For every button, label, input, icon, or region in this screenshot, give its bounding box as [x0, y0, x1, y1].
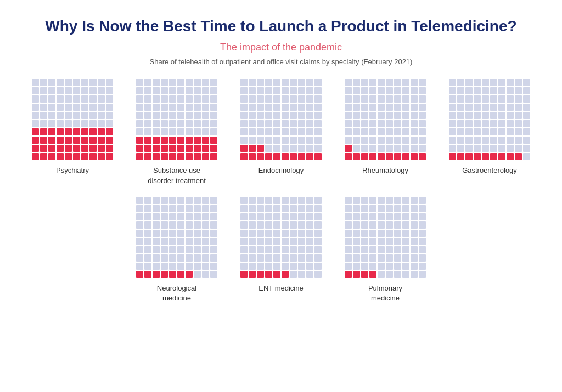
waffle-cell — [202, 238, 209, 245]
waffle-cell — [48, 128, 55, 135]
waffle-cell — [48, 153, 55, 160]
waffle-cell — [378, 87, 385, 94]
waffle-substance — [136, 79, 217, 160]
waffle-cell — [161, 79, 168, 86]
waffle-cell — [306, 238, 313, 245]
waffle-cell — [419, 104, 426, 111]
waffle-cell — [282, 221, 289, 229]
waffle-cell — [474, 112, 481, 119]
waffle-cell — [386, 137, 393, 144]
waffle-cell — [369, 128, 376, 135]
waffle-cell — [482, 137, 489, 144]
waffle-gastro — [449, 79, 530, 160]
waffle-cell — [40, 104, 47, 111]
waffle-cell — [386, 263, 393, 270]
waffle-cell — [411, 263, 418, 270]
waffle-cell — [411, 145, 418, 152]
waffle-cell — [361, 221, 368, 229]
waffle-cell — [257, 221, 264, 229]
waffle-cell — [394, 230, 401, 237]
waffle-cell — [273, 87, 280, 94]
waffle-cell — [194, 238, 201, 245]
waffle-cell — [257, 128, 264, 135]
waffle-cell — [249, 230, 256, 237]
waffle-cell — [361, 213, 368, 220]
waffle-cell — [65, 79, 72, 86]
waffle-cell — [411, 137, 418, 144]
waffle-cell — [345, 221, 352, 229]
chart-label-psychiatry: Psychiatry — [56, 166, 89, 175]
waffle-cell — [394, 145, 401, 152]
waffle-cell — [257, 95, 264, 103]
waffle-cell — [169, 263, 176, 270]
waffle-cell — [282, 137, 289, 144]
waffle-cell — [153, 79, 160, 86]
waffle-cell — [210, 213, 217, 220]
waffle-cell — [249, 87, 256, 94]
waffle-cell — [411, 197, 418, 204]
waffle-cell — [194, 221, 201, 229]
waffle-cell — [169, 79, 176, 86]
waffle-cell — [419, 254, 426, 262]
waffle-cell — [257, 246, 264, 253]
waffle-cell — [210, 87, 217, 94]
waffle-cell — [314, 153, 322, 160]
waffle-cell — [136, 238, 143, 245]
waffle-cell — [306, 205, 313, 212]
waffle-cell — [144, 104, 151, 111]
waffle-cell — [369, 246, 376, 253]
waffle-cell — [153, 221, 160, 229]
waffle-cell — [298, 79, 305, 86]
waffle-cell — [81, 137, 88, 144]
waffle-cell — [411, 104, 418, 111]
waffle-cell — [419, 271, 426, 278]
waffle-cell — [73, 87, 80, 94]
waffle-cell — [465, 137, 473, 144]
waffle-cell — [402, 104, 409, 111]
waffle-cell — [194, 104, 201, 111]
waffle-cell — [345, 104, 352, 111]
waffle-cell — [402, 205, 409, 212]
waffle-cell — [273, 230, 280, 237]
waffle-cell — [106, 87, 113, 94]
waffle-cell — [282, 213, 289, 220]
waffle-cell — [353, 205, 360, 212]
waffle-cell — [298, 197, 305, 204]
waffle-cell — [194, 263, 201, 270]
waffle-cell — [419, 137, 426, 144]
waffle-cell — [457, 128, 464, 135]
waffle-cell — [81, 145, 88, 152]
waffle-cell — [482, 104, 489, 111]
waffle-cell — [169, 221, 176, 229]
waffle-cell — [369, 263, 376, 270]
waffle-cell — [394, 205, 401, 212]
waffle-cell — [394, 128, 401, 135]
waffle-cell — [57, 137, 64, 144]
waffle-cell — [523, 104, 530, 111]
chart-item-ent: ENT medicine — [237, 197, 325, 303]
waffle-cell — [81, 95, 88, 103]
waffle-cell — [345, 137, 352, 144]
waffle-cell — [361, 128, 368, 135]
waffle-cell — [282, 128, 289, 135]
waffle-cell — [186, 128, 193, 135]
waffle-cell — [498, 153, 505, 160]
waffle-cell — [298, 213, 305, 220]
waffle-cell — [411, 238, 418, 245]
waffle-cell — [386, 221, 393, 229]
waffle-cell — [314, 230, 322, 237]
waffle-cell — [402, 153, 409, 160]
waffle-cell — [106, 120, 113, 127]
waffle-ent — [240, 197, 322, 278]
waffle-cell — [402, 221, 409, 229]
waffle-cell — [353, 153, 360, 160]
chart-label-neurological: Neurologicalmedicine — [157, 283, 196, 303]
waffle-cell — [353, 254, 360, 262]
waffle-cell — [419, 120, 426, 127]
waffle-cell — [306, 153, 313, 160]
waffle-cell — [378, 246, 385, 253]
waffle-cell — [449, 112, 456, 119]
waffle-cell — [136, 104, 143, 111]
waffle-rheumatology — [345, 79, 426, 160]
waffle-cell — [57, 145, 64, 152]
